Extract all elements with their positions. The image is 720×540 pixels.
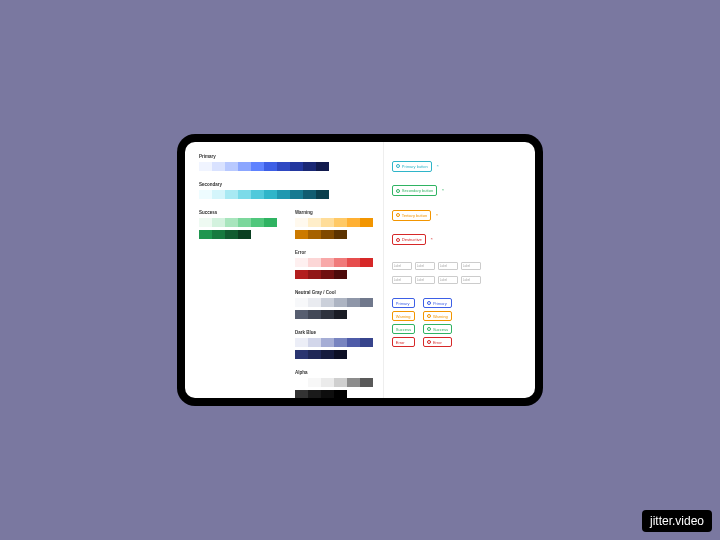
swatch[interactable] xyxy=(308,298,321,307)
swatch[interactable] xyxy=(308,350,321,359)
swatch[interactable] xyxy=(360,258,373,267)
swatch[interactable] xyxy=(308,258,321,267)
component-button[interactable]: Secondary button× xyxy=(392,185,437,196)
swatch[interactable] xyxy=(225,218,238,227)
swatch[interactable] xyxy=(303,162,316,171)
swatch[interactable] xyxy=(321,218,334,227)
swatch[interactable] xyxy=(321,258,334,267)
text-input[interactable]: Label xyxy=(392,262,412,270)
swatch[interactable] xyxy=(308,270,321,279)
swatch[interactable] xyxy=(290,190,303,199)
swatch[interactable] xyxy=(199,218,212,227)
swatch[interactable] xyxy=(308,218,321,227)
swatch[interactable] xyxy=(334,258,347,267)
swatch[interactable] xyxy=(316,190,329,199)
close-icon[interactable]: × xyxy=(436,163,438,168)
swatch[interactable] xyxy=(347,258,360,267)
swatch[interactable] xyxy=(321,350,334,359)
swatch[interactable] xyxy=(225,230,238,239)
swatch[interactable] xyxy=(308,378,321,387)
swatch[interactable] xyxy=(308,338,321,347)
swatch[interactable] xyxy=(308,390,321,398)
swatch[interactable] xyxy=(295,218,308,227)
badge[interactable]: Error xyxy=(423,337,452,347)
text-input[interactable]: Label xyxy=(438,276,458,284)
close-icon[interactable]: × xyxy=(430,236,432,241)
swatch[interactable] xyxy=(321,390,334,398)
swatch[interactable] xyxy=(264,190,277,199)
swatch[interactable] xyxy=(321,298,334,307)
swatch[interactable] xyxy=(308,310,321,319)
swatch[interactable] xyxy=(295,258,308,267)
swatch[interactable] xyxy=(347,338,360,347)
badge[interactable]: Primary xyxy=(423,298,452,308)
swatch[interactable] xyxy=(360,378,373,387)
swatch[interactable] xyxy=(212,162,225,171)
swatch[interactable] xyxy=(277,162,290,171)
swatch[interactable] xyxy=(295,310,308,319)
swatch[interactable] xyxy=(199,162,212,171)
swatch[interactable] xyxy=(251,162,264,171)
swatch[interactable] xyxy=(321,270,334,279)
swatch[interactable] xyxy=(334,390,347,398)
swatch[interactable] xyxy=(334,350,347,359)
swatch[interactable] xyxy=(238,218,251,227)
swatch[interactable] xyxy=(334,218,347,227)
swatch[interactable] xyxy=(295,270,308,279)
swatch[interactable] xyxy=(334,270,347,279)
swatch[interactable] xyxy=(225,190,238,199)
swatch[interactable] xyxy=(321,338,334,347)
text-input[interactable]: Label xyxy=(438,262,458,270)
close-icon[interactable]: × xyxy=(436,212,438,217)
swatch[interactable] xyxy=(199,230,212,239)
swatch[interactable] xyxy=(199,190,212,199)
swatch[interactable] xyxy=(295,298,308,307)
swatch[interactable] xyxy=(264,218,277,227)
swatch[interactable] xyxy=(277,190,290,199)
swatch[interactable] xyxy=(295,338,308,347)
component-button[interactable]: Tertiary button× xyxy=(392,210,431,221)
swatch[interactable] xyxy=(347,378,360,387)
swatch[interactable] xyxy=(251,190,264,199)
swatch[interactable] xyxy=(238,230,251,239)
swatch[interactable] xyxy=(334,310,347,319)
swatch[interactable] xyxy=(295,378,308,387)
swatch[interactable] xyxy=(251,218,264,227)
component-button[interactable]: Primary button× xyxy=(392,161,432,172)
swatch[interactable] xyxy=(303,190,316,199)
swatch[interactable] xyxy=(212,190,225,199)
text-input[interactable]: Label xyxy=(415,262,435,270)
swatch[interactable] xyxy=(295,390,308,398)
text-input[interactable]: Label xyxy=(461,276,481,284)
swatch[interactable] xyxy=(264,162,277,171)
badge[interactable]: Success xyxy=(392,324,415,334)
swatch[interactable] xyxy=(290,162,303,171)
badge[interactable]: Warning xyxy=(392,311,415,321)
swatch[interactable] xyxy=(334,230,347,239)
badge[interactable]: Error xyxy=(392,337,415,347)
text-input[interactable]: Label xyxy=(392,276,412,284)
component-button[interactable]: Destructive× xyxy=(392,234,426,245)
badge[interactable]: Warning xyxy=(423,311,452,321)
swatch[interactable] xyxy=(360,298,373,307)
swatch[interactable] xyxy=(334,338,347,347)
swatch[interactable] xyxy=(238,190,251,199)
swatch[interactable] xyxy=(321,310,334,319)
swatch[interactable] xyxy=(295,230,308,239)
badge[interactable]: Success xyxy=(423,324,452,334)
swatch[interactable] xyxy=(225,162,238,171)
swatch[interactable] xyxy=(212,230,225,239)
swatch[interactable] xyxy=(308,230,321,239)
swatch[interactable] xyxy=(316,162,329,171)
swatch[interactable] xyxy=(321,378,334,387)
swatch[interactable] xyxy=(212,218,225,227)
swatch[interactable] xyxy=(360,218,373,227)
swatch[interactable] xyxy=(334,378,347,387)
swatch[interactable] xyxy=(321,230,334,239)
swatch[interactable] xyxy=(334,298,347,307)
badge[interactable]: Primary xyxy=(392,298,415,308)
close-icon[interactable]: × xyxy=(442,187,444,192)
swatch[interactable] xyxy=(295,350,308,359)
swatch[interactable] xyxy=(347,218,360,227)
swatch[interactable] xyxy=(238,162,251,171)
